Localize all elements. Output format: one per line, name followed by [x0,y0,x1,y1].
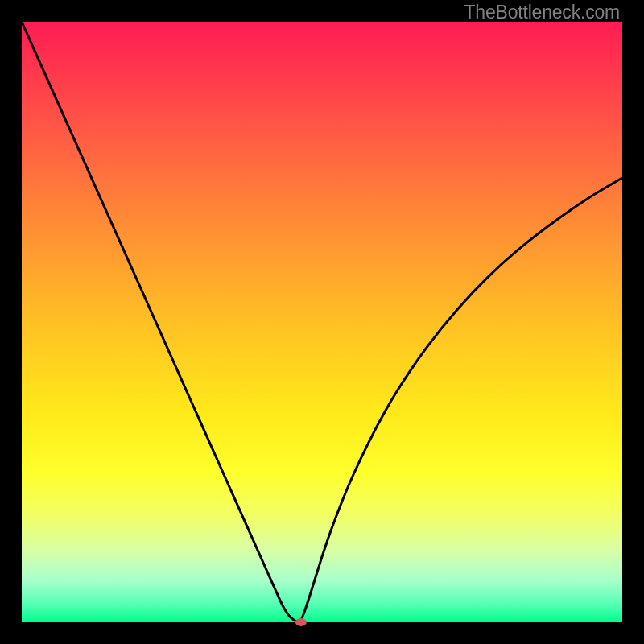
watermark-text: TheBottleneck.com [464,2,620,23]
chart-svg [22,22,622,622]
chart-curve [22,22,622,622]
chart-container: TheBottleneck.com [0,0,644,644]
chart-marker [295,618,307,626]
plot-area [22,22,622,622]
